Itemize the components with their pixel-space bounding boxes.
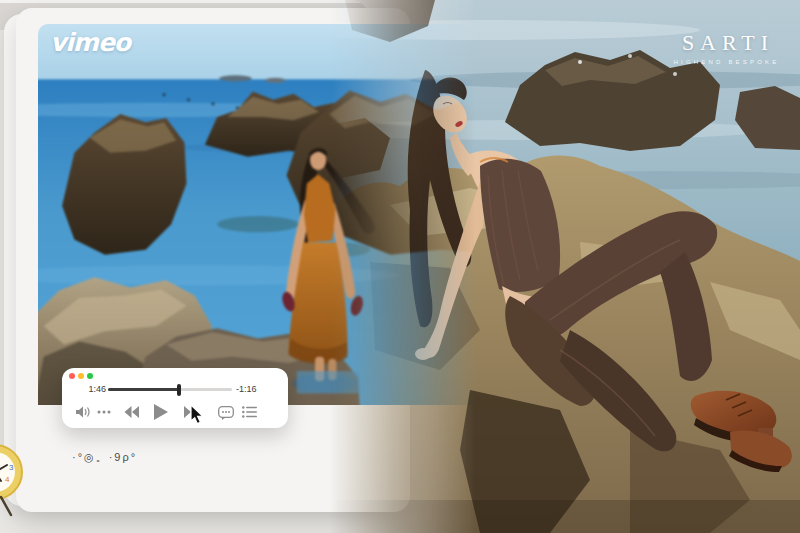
rewind-icon <box>124 406 139 418</box>
scrubber-handle[interactable] <box>177 384 181 396</box>
playback-control-panel: 1:46 -1:16 <box>62 368 288 428</box>
minimize-button[interactable] <box>78 373 84 379</box>
decorative-doodle-text: ·°◎。·9ρ° <box>72 450 137 465</box>
comments-button[interactable] <box>218 406 234 421</box>
comment-bubble-icon <box>218 406 234 421</box>
svg-text:4: 4 <box>5 475 10 484</box>
window-traffic-lights <box>69 373 93 379</box>
progress-fill <box>108 388 179 391</box>
volume-icon <box>76 406 91 418</box>
mouse-cursor-icon <box>190 404 208 428</box>
sarti-logo: SARTI HIGHEND BESPOKE <box>650 30 800 65</box>
progress-bar[interactable] <box>108 388 232 391</box>
remaining-time: -1:16 <box>236 384 284 395</box>
photo-model-on-rocks <box>330 0 800 533</box>
alarm-clock-icon: 3 4 5 <box>0 441 29 517</box>
rewind-button[interactable] <box>124 406 139 418</box>
volume-button[interactable] <box>76 406 91 418</box>
close-button[interactable] <box>69 373 75 379</box>
vimeo-logo[interactable]: vimeo <box>50 28 130 57</box>
play-icon <box>154 404 168 420</box>
more-options-button[interactable] <box>97 410 111 414</box>
alarm-clock-sticker: 3 4 5 <box>0 441 29 521</box>
svg-text:3: 3 <box>9 463 14 472</box>
zoom-button[interactable] <box>87 373 93 379</box>
sarti-logo-title: SARTI <box>650 30 800 56</box>
sarti-logo-subtitle: HIGHEND BESPOKE <box>650 59 800 65</box>
elapsed-time: 1:46 <box>76 384 106 395</box>
queue-list-icon <box>242 406 257 418</box>
play-button[interactable] <box>154 404 168 420</box>
brand-photo <box>330 0 800 533</box>
queue-button[interactable] <box>242 406 257 418</box>
ellipsis-icon <box>97 410 111 414</box>
